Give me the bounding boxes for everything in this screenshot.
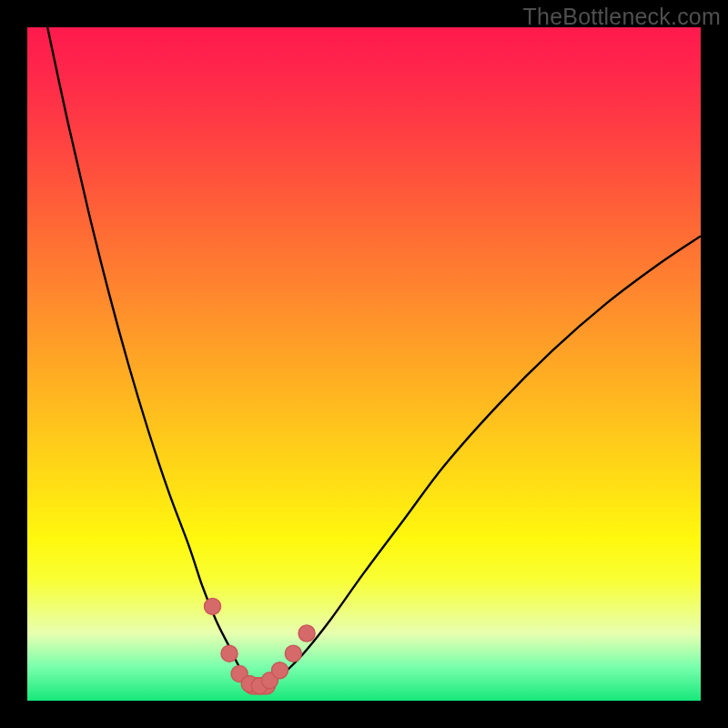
plot-area — [27, 27, 701, 701]
curve-marker — [205, 598, 221, 614]
curve-marker — [221, 645, 238, 662]
curve-marker — [298, 625, 315, 642]
chart-frame: TheBottleneck.com — [0, 0, 728, 728]
curve-marker — [285, 645, 301, 662]
marker-group — [205, 598, 316, 693]
bottleneck-curve — [47, 27, 701, 687]
curve-marker — [272, 662, 288, 679]
curve-layer — [27, 27, 701, 701]
watermark-text: TheBottleneck.com — [523, 4, 721, 30]
